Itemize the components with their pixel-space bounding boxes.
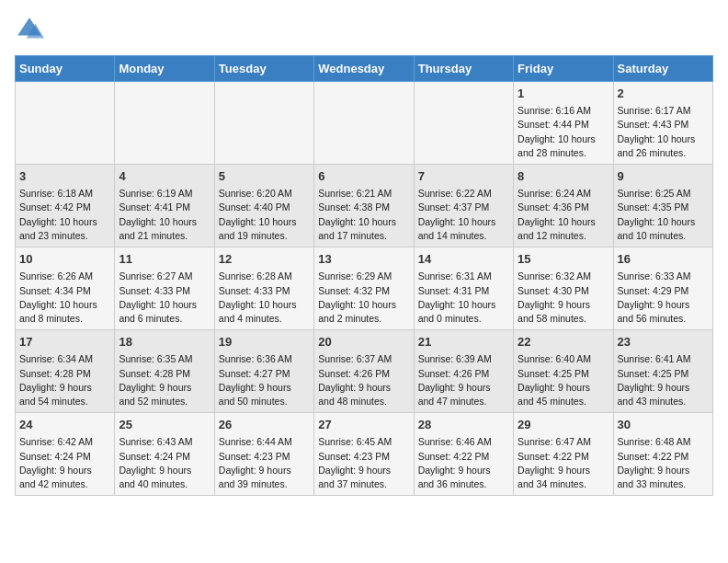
- calendar-week-row: 3Sunrise: 6:18 AMSunset: 4:42 PMDaylight…: [16, 165, 713, 247]
- calendar-cell: 19Sunrise: 6:36 AMSunset: 4:27 PMDayligh…: [214, 330, 313, 413]
- day-info: Sunrise: 6:39 AMSunset: 4:26 PMDaylight:…: [418, 352, 509, 408]
- day-info: Sunrise: 6:36 AMSunset: 4:27 PMDaylight:…: [219, 352, 310, 408]
- day-number: 28: [418, 417, 509, 433]
- calendar-cell: 15Sunrise: 6:32 AMSunset: 4:30 PMDayligh…: [514, 247, 613, 330]
- day-number: 5: [219, 168, 310, 185]
- day-info: Sunrise: 6:25 AMSunset: 4:35 PMDaylight:…: [618, 187, 709, 243]
- calendar-header: SundayMondayTuesdayWednesdayThursdayFrid…: [16, 56, 713, 82]
- day-info: Sunrise: 6:29 AMSunset: 4:32 PMDaylight:…: [318, 270, 409, 326]
- day-info: Sunrise: 6:20 AMSunset: 4:40 PMDaylight:…: [219, 187, 310, 243]
- calendar-cell: 21Sunrise: 6:39 AMSunset: 4:26 PMDayligh…: [414, 330, 513, 413]
- day-info: Sunrise: 6:44 AMSunset: 4:23 PMDaylight:…: [219, 435, 310, 491]
- weekday-header: Monday: [115, 56, 214, 82]
- day-number: 18: [119, 334, 210, 350]
- day-info: Sunrise: 6:19 AMSunset: 4:41 PMDaylight:…: [119, 187, 210, 243]
- calendar-cell: 17Sunrise: 6:34 AMSunset: 4:28 PMDayligh…: [16, 330, 115, 413]
- day-number: 15: [518, 251, 609, 268]
- day-info: Sunrise: 6:48 AMSunset: 4:22 PMDaylight:…: [618, 435, 709, 491]
- day-info: Sunrise: 6:31 AMSunset: 4:31 PMDaylight:…: [418, 270, 509, 326]
- day-number: 19: [219, 334, 310, 350]
- day-number: 7: [418, 168, 509, 185]
- calendar-cell: 5Sunrise: 6:20 AMSunset: 4:40 PMDaylight…: [214, 165, 313, 247]
- calendar-cell: 9Sunrise: 6:25 AMSunset: 4:35 PMDaylight…: [613, 165, 712, 247]
- day-info: Sunrise: 6:21 AMSunset: 4:38 PMDaylight:…: [318, 187, 409, 243]
- day-info: Sunrise: 6:46 AMSunset: 4:22 PMDaylight:…: [418, 435, 509, 491]
- day-info: Sunrise: 6:37 AMSunset: 4:26 PMDaylight:…: [318, 352, 409, 408]
- day-info: Sunrise: 6:16 AMSunset: 4:44 PMDaylight:…: [518, 104, 609, 160]
- calendar-cell: 29Sunrise: 6:47 AMSunset: 4:22 PMDayligh…: [514, 413, 613, 496]
- weekday-header: Friday: [514, 56, 613, 82]
- day-number: 4: [119, 168, 210, 185]
- day-number: 26: [219, 417, 310, 433]
- day-info: Sunrise: 6:41 AMSunset: 4:25 PMDaylight:…: [618, 352, 709, 408]
- calendar-cell: [314, 82, 414, 165]
- calendar-cell: 27Sunrise: 6:45 AMSunset: 4:23 PMDayligh…: [314, 413, 414, 496]
- calendar-cell: 12Sunrise: 6:28 AMSunset: 4:33 PMDayligh…: [214, 247, 313, 330]
- day-info: Sunrise: 6:47 AMSunset: 4:22 PMDaylight:…: [518, 435, 609, 491]
- day-info: Sunrise: 6:32 AMSunset: 4:30 PMDaylight:…: [518, 270, 609, 326]
- day-info: Sunrise: 6:34 AMSunset: 4:28 PMDaylight:…: [19, 352, 110, 408]
- day-info: Sunrise: 6:40 AMSunset: 4:25 PMDaylight:…: [518, 352, 609, 408]
- weekday-header: Tuesday: [214, 56, 313, 82]
- calendar-cell: 7Sunrise: 6:22 AMSunset: 4:37 PMDaylight…: [414, 165, 513, 247]
- day-info: Sunrise: 6:35 AMSunset: 4:28 PMDaylight:…: [119, 352, 210, 408]
- calendar-week-row: 24Sunrise: 6:42 AMSunset: 4:24 PMDayligh…: [16, 413, 713, 496]
- day-number: 1: [518, 86, 609, 102]
- calendar-cell: [414, 82, 513, 165]
- day-number: 9: [618, 168, 709, 185]
- day-info: Sunrise: 6:45 AMSunset: 4:23 PMDaylight:…: [318, 435, 409, 491]
- day-number: 20: [318, 334, 409, 350]
- calendar-cell: 20Sunrise: 6:37 AMSunset: 4:26 PMDayligh…: [314, 330, 414, 413]
- day-info: Sunrise: 6:24 AMSunset: 4:36 PMDaylight:…: [518, 187, 609, 243]
- calendar-cell: 22Sunrise: 6:40 AMSunset: 4:25 PMDayligh…: [514, 330, 613, 413]
- day-number: 25: [119, 417, 210, 433]
- calendar-cell: 18Sunrise: 6:35 AMSunset: 4:28 PMDayligh…: [115, 330, 214, 413]
- logo-icon: [15, 15, 44, 44]
- calendar-week-row: 1Sunrise: 6:16 AMSunset: 4:44 PMDaylight…: [16, 82, 713, 165]
- logo: [15, 15, 48, 44]
- calendar-cell: 14Sunrise: 6:31 AMSunset: 4:31 PMDayligh…: [414, 247, 513, 330]
- day-number: 23: [618, 334, 709, 350]
- calendar-body: 1Sunrise: 6:16 AMSunset: 4:44 PMDaylight…: [16, 82, 713, 496]
- day-number: 11: [119, 251, 210, 268]
- day-number: 8: [518, 168, 609, 185]
- calendar-cell: [16, 82, 115, 165]
- day-number: 21: [418, 334, 509, 350]
- day-info: Sunrise: 6:17 AMSunset: 4:43 PMDaylight:…: [618, 104, 709, 160]
- calendar-cell: 6Sunrise: 6:21 AMSunset: 4:38 PMDaylight…: [314, 165, 414, 247]
- day-number: 24: [19, 417, 110, 433]
- calendar-week-row: 10Sunrise: 6:26 AMSunset: 4:34 PMDayligh…: [16, 247, 713, 330]
- weekday-header: Saturday: [613, 56, 712, 82]
- calendar-cell: 8Sunrise: 6:24 AMSunset: 4:36 PMDaylight…: [514, 165, 613, 247]
- day-number: 2: [618, 86, 709, 102]
- day-number: 29: [518, 417, 609, 433]
- calendar-cell: 26Sunrise: 6:44 AMSunset: 4:23 PMDayligh…: [214, 413, 313, 496]
- calendar-cell: 2Sunrise: 6:17 AMSunset: 4:43 PMDaylight…: [613, 82, 712, 165]
- day-number: 22: [518, 334, 609, 350]
- calendar-cell: 16Sunrise: 6:33 AMSunset: 4:29 PMDayligh…: [613, 247, 712, 330]
- day-info: Sunrise: 6:22 AMSunset: 4:37 PMDaylight:…: [418, 187, 509, 243]
- day-info: Sunrise: 6:43 AMSunset: 4:24 PMDaylight:…: [119, 435, 210, 491]
- page-header: [15, 15, 713, 44]
- day-number: 30: [618, 417, 709, 433]
- day-info: Sunrise: 6:27 AMSunset: 4:33 PMDaylight:…: [119, 270, 210, 326]
- calendar-cell: 11Sunrise: 6:27 AMSunset: 4:33 PMDayligh…: [115, 247, 214, 330]
- calendar-cell: 28Sunrise: 6:46 AMSunset: 4:22 PMDayligh…: [414, 413, 513, 496]
- day-number: 13: [318, 251, 409, 268]
- calendar-week-row: 17Sunrise: 6:34 AMSunset: 4:28 PMDayligh…: [16, 330, 713, 413]
- calendar-cell: [214, 82, 313, 165]
- day-number: 12: [219, 251, 310, 268]
- day-number: 10: [19, 251, 110, 268]
- calendar-cell: [115, 82, 214, 165]
- day-number: 14: [418, 251, 509, 268]
- day-info: Sunrise: 6:26 AMSunset: 4:34 PMDaylight:…: [19, 270, 110, 326]
- day-number: 16: [618, 251, 709, 268]
- day-number: 27: [318, 417, 409, 433]
- weekday-header: Sunday: [16, 56, 115, 82]
- calendar-cell: 3Sunrise: 6:18 AMSunset: 4:42 PMDaylight…: [16, 165, 115, 247]
- day-number: 6: [318, 168, 409, 185]
- day-info: Sunrise: 6:18 AMSunset: 4:42 PMDaylight:…: [19, 187, 110, 243]
- calendar-cell: 10Sunrise: 6:26 AMSunset: 4:34 PMDayligh…: [16, 247, 115, 330]
- weekday-header: Thursday: [414, 56, 513, 82]
- day-info: Sunrise: 6:42 AMSunset: 4:24 PMDaylight:…: [19, 435, 110, 491]
